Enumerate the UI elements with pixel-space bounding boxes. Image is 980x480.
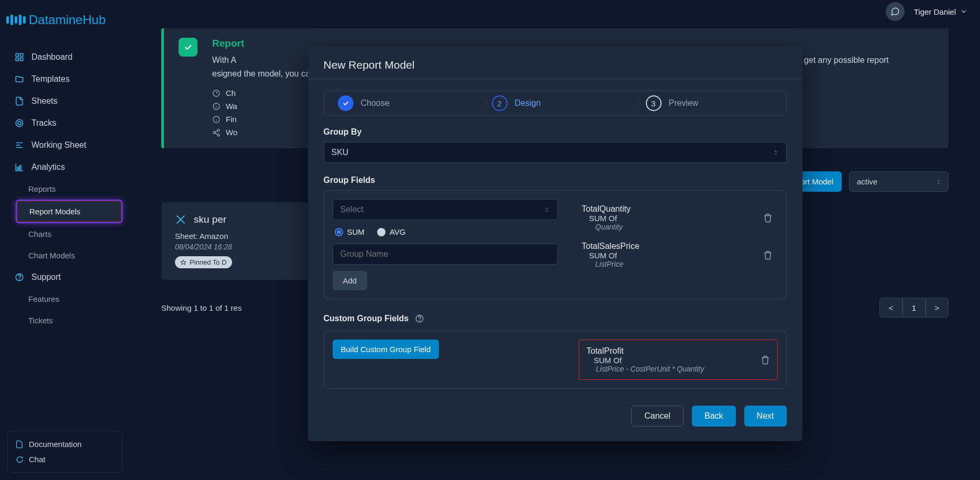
page-icon: [15, 440, 24, 449]
svg-rect-3: [20, 58, 23, 61]
nav-label: Analytics: [31, 162, 65, 172]
agg-sum-radio[interactable]: SUM: [335, 227, 365, 236]
group-name-input[interactable]: [333, 244, 558, 265]
stepper: Choose 2 Design 3 Preview: [324, 91, 787, 116]
nav-label: Templates: [31, 74, 70, 84]
svg-rect-1: [20, 53, 23, 56]
custom-group-label: Custom Group Fields: [324, 314, 409, 323]
group-field-item: TotalSalesPrice SUM Of ListPrice: [582, 242, 773, 268]
modal-title: New Report Model: [324, 59, 787, 71]
build-custom-field-button[interactable]: Build Custom Group Field: [333, 340, 439, 359]
step-check-icon: [338, 95, 354, 111]
group-field-item: TotalQuantity SUM Of Quantity: [582, 204, 773, 231]
svg-rect-2: [16, 58, 18, 61]
svg-rect-0: [16, 53, 18, 56]
cancel-button[interactable]: Cancel: [631, 406, 684, 427]
add-group-field-button[interactable]: Add: [333, 271, 368, 290]
nav-tracks[interactable]: Tracks: [7, 112, 123, 134]
svg-point-5: [18, 122, 21, 125]
folder-icon: [15, 74, 24, 84]
group-name-field[interactable]: [340, 249, 550, 259]
new-report-modal: New Report Model Choose 2 Design 3 Previ…: [308, 47, 802, 441]
chat-icon: [15, 455, 24, 464]
nav-analytics[interactable]: Analytics: [7, 156, 123, 178]
nav-tickets[interactable]: Tickets: [16, 310, 123, 331]
nav-dashboard[interactable]: Dashboard: [7, 46, 123, 68]
group-fields-panel: Select SUM AVG: [324, 190, 787, 299]
nav-label: Sheets: [31, 96, 58, 106]
svg-point-9: [19, 279, 20, 279]
nav-label: Report Models: [29, 207, 81, 216]
group-fields-label: Group Fields: [324, 176, 787, 185]
nav-reports[interactable]: Reports: [16, 178, 123, 200]
grid-icon: [15, 52, 24, 62]
nav-report-models[interactable]: Report Models: [16, 200, 123, 223]
chart-icon: [15, 162, 24, 172]
nav-label: Reports: [28, 184, 56, 193]
sort-icon: [544, 205, 550, 214]
help-icon[interactable]: [415, 314, 424, 323]
footer-label: Chat: [29, 455, 46, 464]
target-icon: [15, 118, 24, 128]
svg-point-4: [16, 119, 23, 127]
modal-backdrop: New Report Model Choose 2 Design 3 Previ…: [130, 0, 980, 480]
sidebar: DatamineHub Dashboard Templates Sheets T…: [0, 0, 130, 480]
nav-label: Tracks: [31, 118, 56, 128]
step-preview[interactable]: 3 Preview: [632, 91, 786, 115]
nav-label: Working Sheet: [31, 140, 86, 150]
sort-icon: [773, 148, 779, 157]
nav-label: Features: [28, 294, 59, 303]
delete-icon[interactable]: [761, 355, 770, 365]
agg-avg-radio[interactable]: AVG: [377, 227, 406, 236]
footer-chat[interactable]: Chat: [13, 452, 117, 467]
svg-rect-6: [17, 167, 18, 170]
group-by-select[interactable]: SKU: [324, 142, 787, 163]
svg-point-17: [420, 320, 420, 321]
step-number: 2: [492, 95, 508, 111]
nav-templates[interactable]: Templates: [7, 68, 123, 90]
radio-icon: [335, 228, 343, 236]
back-button[interactable]: Back: [692, 406, 736, 427]
custom-group-panel: Build Custom Group Field TotalProfit SUM…: [324, 331, 787, 389]
group-by-label: Group By: [324, 127, 787, 137]
app-name: DatamineHub: [29, 13, 106, 27]
group-field-select[interactable]: Select: [333, 199, 558, 220]
radio-icon: [377, 228, 386, 236]
nav-label: Chart Models: [28, 251, 75, 260]
footer-label: Documentation: [29, 440, 82, 449]
footer-documentation[interactable]: Documentation: [13, 437, 117, 452]
delete-icon[interactable]: [763, 213, 773, 223]
nav-label: Tickets: [28, 316, 53, 325]
file-icon: [15, 96, 24, 106]
nav-sheets[interactable]: Sheets: [7, 90, 123, 112]
step-number: 3: [646, 95, 662, 111]
nav-charts[interactable]: Charts: [16, 223, 123, 245]
nav-label: Dashboard: [31, 52, 72, 62]
delete-icon[interactable]: [763, 250, 773, 260]
logo-icon: [6, 15, 26, 25]
nav-chart-models[interactable]: Chart Models: [16, 245, 123, 266]
footer-links: Documentation Chat: [7, 431, 123, 473]
nav-label: Support: [31, 272, 61, 282]
main: Tiger Daniel Report With A xxxxxxxxxxxxx…: [130, 0, 980, 480]
list-icon: [15, 140, 24, 150]
step-choose[interactable]: Choose: [324, 91, 478, 115]
help-icon: [15, 272, 24, 282]
nav-support[interactable]: Support: [7, 266, 123, 288]
step-design[interactable]: 2 Design: [478, 91, 632, 115]
nav-label: Charts: [28, 230, 51, 238]
custom-field-item: TotalProfit SUM Of ListPrice - CostPerUn…: [579, 340, 778, 380]
nav-working-sheet[interactable]: Working Sheet: [7, 134, 123, 156]
logo[interactable]: DatamineHub: [0, 0, 130, 46]
next-button[interactable]: Next: [744, 406, 787, 427]
svg-rect-7: [20, 166, 21, 170]
nav-features[interactable]: Features: [16, 288, 123, 310]
